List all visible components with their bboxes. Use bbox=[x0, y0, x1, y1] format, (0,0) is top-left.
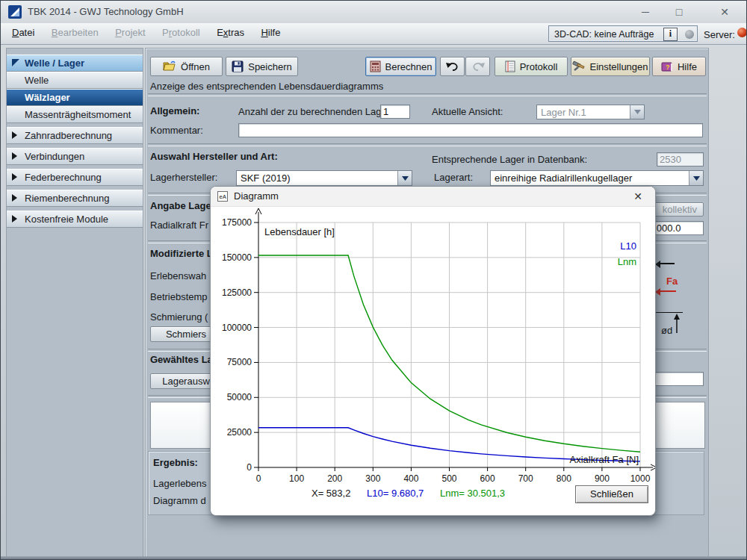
menu-extras[interactable]: Extras bbox=[210, 23, 251, 44]
settings-button[interactable]: Einstellungen bbox=[571, 57, 650, 76]
close-button[interactable]: ✕ bbox=[713, 4, 736, 20]
open-button[interactable]: Öffnen bbox=[150, 57, 223, 76]
separator bbox=[148, 93, 707, 96]
open-folder-icon bbox=[163, 60, 176, 72]
svg-text:300: 300 bbox=[365, 473, 380, 484]
svg-text:900: 900 bbox=[595, 473, 610, 484]
title-bar[interactable]: TBK 2014 - GWJ Technology GmbH ─ □ ✕ bbox=[1, 1, 746, 24]
sidebar-item-zahnradberechnung[interactable]: Zahnradberechnung bbox=[7, 127, 143, 144]
dialog-close-icon[interactable]: ✕ bbox=[627, 188, 649, 205]
diagramm-dialog: eA Diagramm ✕ 01002003004005006007008009… bbox=[210, 186, 656, 516]
svg-text:400: 400 bbox=[403, 473, 418, 484]
lifetime-chart[interactable]: 0100200300400500600700800900100002500050… bbox=[211, 206, 656, 484]
svg-text:Axialkraft Fa [N]: Axialkraft Fa [N] bbox=[570, 454, 639, 465]
svg-text:150000: 150000 bbox=[222, 252, 252, 263]
cursor-lnm-value: Lnm= 30.501,3 bbox=[440, 488, 505, 499]
collapsed-icon bbox=[12, 194, 19, 202]
dialog-title-bar[interactable]: eA Diagramm ✕ bbox=[211, 187, 655, 207]
menu-bar: Datei Bearbeiten Projekt Protokoll Extra… bbox=[1, 23, 746, 45]
radialkraft-label: Radialkraft Fr bbox=[150, 220, 208, 231]
sidebar-item-waelzlager[interactable]: Wälzlager bbox=[7, 89, 143, 106]
force-arrow-icon bbox=[658, 263, 675, 264]
minimize-button[interactable]: ─ bbox=[634, 4, 657, 20]
datenbank-value: 2530 bbox=[657, 152, 704, 167]
kommentar-input[interactable] bbox=[238, 123, 703, 137]
sidebar-item-massentraegheitsmoment[interactable]: Massenträgheitsmoment bbox=[7, 106, 143, 123]
server-status-indicator bbox=[737, 28, 747, 37]
redo-icon bbox=[471, 61, 485, 72]
svg-text:800: 800 bbox=[557, 473, 571, 484]
svg-text:175000: 175000 bbox=[222, 217, 252, 228]
svg-text:?: ? bbox=[666, 63, 670, 71]
cursor-readout: X= 583,2 L10= 9.680,7 Lnm= 30.501,3 bbox=[311, 488, 505, 499]
anzahl-input[interactable]: 1 bbox=[380, 105, 410, 119]
svg-text:L10: L10 bbox=[620, 240, 636, 252]
svg-text:125000: 125000 bbox=[222, 287, 252, 298]
info-icon[interactable]: i bbox=[663, 28, 678, 41]
hersteller-label: Lagerhersteller: bbox=[150, 172, 217, 183]
svg-text:100000: 100000 bbox=[222, 323, 252, 333]
diameter-arrow-icon bbox=[672, 314, 682, 334]
svg-text:0: 0 bbox=[256, 473, 261, 484]
svg-text:25000: 25000 bbox=[227, 427, 252, 438]
redo-button[interactable] bbox=[465, 57, 490, 76]
tools-icon bbox=[572, 60, 585, 72]
lagerlebensdauer-label: Lagerlebens bbox=[153, 478, 207, 489]
menu-bearbeiten[interactable]: Bearbeiten bbox=[45, 23, 105, 44]
sidebar-item-welle[interactable]: Welle bbox=[7, 72, 143, 89]
hersteller-combo[interactable]: SKF (2019) bbox=[236, 170, 412, 186]
application-window: TBK 2014 - GWJ Technology GmbH ─ □ ✕ Dat… bbox=[0, 0, 747, 560]
protocol-button[interactable]: Protokoll bbox=[495, 57, 568, 76]
kommentar-label: Kommentar: bbox=[150, 125, 203, 136]
calculate-button[interactable]: Berechnen bbox=[365, 57, 436, 76]
menu-projekt[interactable]: Projekt bbox=[108, 23, 152, 44]
menu-datei[interactable]: Datei bbox=[5, 23, 41, 44]
book-icon: ? bbox=[661, 61, 673, 72]
svg-text:0: 0 bbox=[247, 462, 252, 473]
chevron-down-icon[interactable] bbox=[397, 171, 412, 185]
calculator-icon bbox=[370, 60, 381, 72]
sidebar-item-kostenfreie-module[interactable]: Kostenfreie Module bbox=[7, 211, 143, 228]
schliessen-button[interactable]: Schließen bbox=[575, 485, 648, 503]
save-floppy-icon bbox=[232, 60, 244, 72]
svg-text:50000: 50000 bbox=[227, 392, 252, 402]
angabe-header: Angabe Lage bbox=[150, 200, 211, 211]
svg-text:500: 500 bbox=[441, 473, 456, 484]
help-button[interactable]: ? Hilfe bbox=[652, 57, 706, 76]
menu-protokoll[interactable]: Protokoll bbox=[155, 23, 207, 44]
sidebar-item-federberechnung[interactable]: Federberechnung bbox=[7, 169, 143, 186]
window-title: TBK 2014 - GWJ Technology GmbH bbox=[28, 6, 184, 17]
maximize-button[interactable]: □ bbox=[668, 4, 690, 20]
undo-button[interactable] bbox=[440, 57, 465, 76]
separator bbox=[148, 143, 707, 146]
svg-text:75000: 75000 bbox=[227, 357, 252, 367]
svg-text:700: 700 bbox=[518, 473, 533, 484]
lagerart-combo[interactable]: einreihige Radialrillenkugellager bbox=[490, 170, 704, 186]
collapsed-icon bbox=[12, 131, 19, 140]
fa-arrow-icon bbox=[658, 290, 676, 292]
svg-text:1000: 1000 bbox=[630, 473, 651, 484]
fa-label: Fa bbox=[666, 276, 678, 287]
expanded-icon bbox=[12, 59, 20, 67]
save-button[interactable]: Speichern bbox=[226, 57, 298, 76]
cad-status-box: 3D-CAD: keine Aufträge i bbox=[548, 25, 698, 42]
datenbank-label: Entsprechende Lager in Datenbank: bbox=[432, 154, 587, 165]
cad-status-indicator bbox=[685, 30, 694, 39]
anzahl-label: Anzahl der zu berechnenden Lager: bbox=[238, 106, 393, 117]
chevron-down-icon[interactable] bbox=[630, 105, 644, 119]
sidebar-item-riemenberechnung[interactable]: Riemenberechnung bbox=[7, 190, 143, 207]
menu-hilfe[interactable]: Hilfe bbox=[254, 23, 287, 44]
durchmesser-label: ød bbox=[661, 325, 672, 336]
dialog-icon: eA bbox=[217, 191, 228, 202]
shaft-line bbox=[656, 312, 683, 313]
erlebens-label: Erlebenswah bbox=[150, 270, 206, 281]
ansicht-combo[interactable]: Lager Nr.1 bbox=[536, 105, 645, 119]
notepad-icon bbox=[505, 60, 515, 72]
svg-text:600: 600 bbox=[480, 473, 495, 484]
chevron-down-icon[interactable] bbox=[689, 171, 703, 185]
sidebar-item-verbindungen[interactable]: Verbindungen bbox=[7, 148, 143, 165]
cursor-x-value: X= 583,2 bbox=[311, 488, 350, 499]
allgemein-header: Allgemein: bbox=[150, 105, 199, 116]
undo-icon bbox=[446, 61, 459, 72]
sidebar-item-welle-lager[interactable]: Welle / Lager bbox=[7, 55, 143, 72]
